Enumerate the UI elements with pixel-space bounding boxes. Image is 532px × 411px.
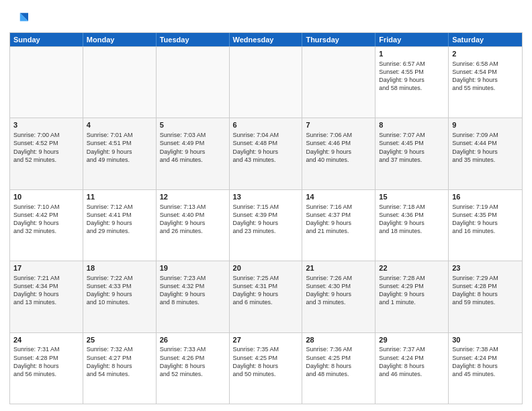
day-info-line: Daylight: 9 hours [452,219,519,227]
weekday-header-friday: Friday [375,33,449,46]
day-info-line: Sunset: 4:26 PM [160,354,226,362]
day-info-line: Sunset: 4:34 PM [13,282,79,290]
calendar-cell-2-4: 14Sunrise: 7:16 AMSunset: 4:37 PMDayligh… [302,190,375,261]
day-info-line: and 43 minutes. [233,156,299,164]
calendar-cell-2-2: 12Sunrise: 7:13 AMSunset: 4:40 PMDayligh… [157,190,230,261]
day-info-line: Sunrise: 7:25 AM [233,274,299,282]
day-info-line: Sunset: 4:44 PM [452,139,519,147]
day-info-line: Daylight: 9 hours [87,290,152,298]
day-info-line: Sunset: 4:41 PM [87,211,152,219]
day-info-line: Sunrise: 7:26 AM [306,274,371,282]
calendar-cell-3-3: 20Sunrise: 7:25 AMSunset: 4:31 PMDayligh… [230,261,303,332]
day-number: 14 [306,192,371,202]
day-info-line: Sunset: 4:28 PM [452,282,519,290]
day-info-line: Sunset: 4:42 PM [13,211,79,219]
calendar-cell-1-4: 7Sunrise: 7:06 AMSunset: 4:46 PMDaylight… [302,118,375,189]
day-info-line: Sunrise: 7:29 AM [452,274,519,282]
day-info-line: Sunrise: 7:03 AM [160,131,226,139]
day-info-line: Daylight: 9 hours [306,148,371,156]
day-info-line: Sunrise: 7:10 AM [13,203,79,211]
day-info-line: Daylight: 9 hours [452,148,519,156]
day-info-line: Sunset: 4:52 PM [13,139,79,147]
day-info-line: Daylight: 9 hours [160,148,226,156]
day-info-line: and 23 minutes. [233,227,299,235]
day-info-line: Sunset: 4:24 PM [452,354,519,362]
day-info-line: Daylight: 9 hours [13,219,79,227]
day-info-line: Daylight: 9 hours [87,219,152,227]
day-info-line: Sunset: 4:55 PM [379,68,445,76]
calendar-cell-2-3: 13Sunrise: 7:15 AMSunset: 4:39 PMDayligh… [230,190,303,261]
day-number: 22 [379,263,445,273]
calendar-cell-0-3 [230,47,303,118]
day-info-line: Daylight: 8 hours [452,290,519,298]
day-info-line: Sunset: 4:37 PM [306,211,371,219]
day-info-line: Daylight: 9 hours [452,76,519,84]
day-info-line: and 45 minutes. [452,370,519,378]
calendar-cell-1-0: 3Sunrise: 7:00 AMSunset: 4:52 PMDaylight… [10,118,83,189]
calendar-cell-0-5: 1Sunrise: 6:57 AMSunset: 4:55 PMDaylight… [375,47,449,118]
day-info-line: Sunrise: 7:36 AM [306,345,371,353]
day-info-line: Sunrise: 7:09 AM [452,131,519,139]
day-info-line: and 29 minutes. [87,227,152,235]
day-info-line: Sunset: 4:30 PM [306,282,371,290]
day-number: 5 [160,120,226,130]
day-info-line: Sunset: 4:33 PM [87,282,152,290]
day-info-line: Sunset: 4:35 PM [452,211,519,219]
day-number: 21 [306,263,371,273]
day-number: 27 [233,335,299,345]
day-info-line: Sunset: 4:27 PM [87,354,152,362]
day-info-line: and 52 minutes. [13,156,79,164]
day-info-line: Sunset: 4:24 PM [379,354,445,362]
day-number: 10 [13,192,79,202]
day-number: 6 [233,120,299,130]
day-info-line: Sunrise: 7:22 AM [87,274,152,282]
day-info-line: and 50 minutes. [233,370,299,378]
day-info-line: Daylight: 9 hours [13,290,79,298]
day-info-line: Sunrise: 7:31 AM [13,345,79,353]
weekday-header-wednesday: Wednesday [230,33,303,46]
day-info-line: Daylight: 8 hours [160,362,226,370]
day-info-line: Daylight: 9 hours [306,219,371,227]
day-info-line: Sunset: 4:29 PM [379,282,445,290]
day-info-line: and 40 minutes. [306,156,371,164]
day-number: 7 [306,120,371,130]
day-info-line: and 59 minutes. [452,298,519,306]
calendar: SundayMondayTuesdayWednesdayThursdayFrid… [9,32,523,404]
calendar-cell-4-1: 25Sunrise: 7:32 AMSunset: 4:27 PMDayligh… [83,333,157,404]
day-info-line: Sunrise: 7:15 AM [233,203,299,211]
day-info-line: and 10 minutes. [87,298,152,306]
day-info-line: and 6 minutes. [233,298,299,306]
day-info-line: Daylight: 9 hours [233,290,299,298]
calendar-cell-3-6: 23Sunrise: 7:29 AMSunset: 4:28 PMDayligh… [449,261,522,332]
day-info-line: Daylight: 8 hours [13,362,79,370]
day-info-line: and 52 minutes. [160,370,226,378]
weekday-header-tuesday: Tuesday [157,33,230,46]
day-info-line: Sunrise: 7:35 AM [233,345,299,353]
day-info-line: Sunrise: 7:00 AM [13,131,79,139]
calendar-cell-2-5: 15Sunrise: 7:18 AMSunset: 4:36 PMDayligh… [375,190,449,261]
weekday-header-monday: Monday [83,33,157,46]
day-info-line: Sunset: 4:31 PM [233,282,299,290]
day-info-line: Sunset: 4:25 PM [233,354,299,362]
day-info-line: and 56 minutes. [13,370,79,378]
day-info-line: Daylight: 8 hours [379,362,445,370]
day-info-line: and 55 minutes. [452,84,519,92]
day-number: 17 [13,263,79,273]
calendar-cell-4-0: 24Sunrise: 7:31 AMSunset: 4:28 PMDayligh… [10,333,83,404]
day-info-line: Sunrise: 7:01 AM [87,131,152,139]
calendar-cell-4-5: 29Sunrise: 7:37 AMSunset: 4:24 PMDayligh… [375,333,449,404]
day-info-line: Sunrise: 7:18 AM [379,203,445,211]
day-info-line: Sunrise: 7:04 AM [233,131,299,139]
calendar-cell-1-2: 5Sunrise: 7:03 AMSunset: 4:49 PMDaylight… [157,118,230,189]
day-info-line: Sunrise: 7:07 AM [379,131,445,139]
day-info-line: Daylight: 9 hours [379,148,445,156]
day-info-line: and 18 minutes. [379,227,445,235]
day-info-line: Daylight: 9 hours [87,148,152,156]
day-info-line: Daylight: 9 hours [233,219,299,227]
weekday-header-thursday: Thursday [302,33,375,46]
weekday-header-sunday: Sunday [10,33,83,46]
day-info-line: Sunset: 4:32 PM [160,282,226,290]
calendar-row-2: 10Sunrise: 7:10 AMSunset: 4:42 PMDayligh… [10,189,522,261]
day-info-line: and 26 minutes. [160,227,226,235]
day-info-line: Daylight: 9 hours [379,219,445,227]
